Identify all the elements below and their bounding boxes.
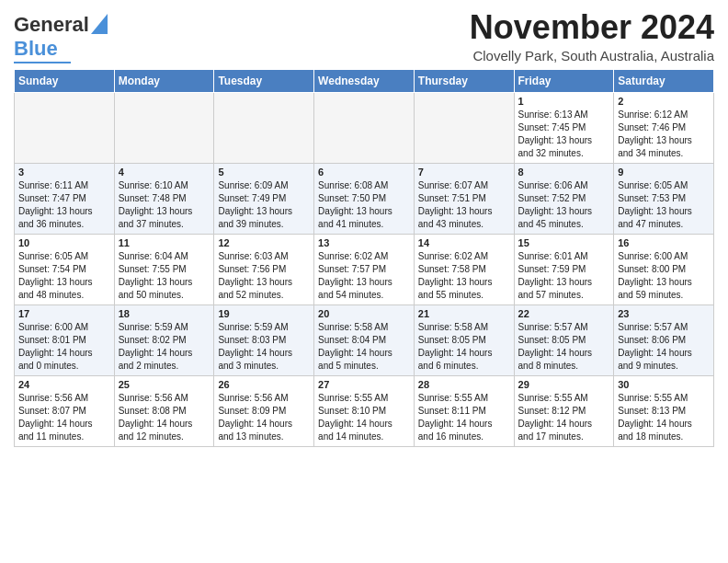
day-info: Sunrise: 5:56 AMSunset: 8:09 PMDaylight:… (218, 392, 310, 443)
header: General Blue November 2024 Clovelly Park… (14, 9, 714, 63)
day-info: Sunrise: 6:04 AMSunset: 7:55 PMDaylight:… (119, 250, 210, 302)
calendar-cell-1-2: 5Sunrise: 6:09 AMSunset: 7:49 PMDaylight… (214, 164, 314, 235)
svg-marker-0 (91, 14, 108, 34)
day-number: 7 (418, 167, 510, 178)
calendar-cell-0-1 (114, 93, 214, 164)
calendar-header-row: Sunday Monday Tuesday Wednesday Thursday… (15, 70, 714, 93)
day-info: Sunrise: 6:10 AMSunset: 7:48 PMDaylight:… (119, 179, 210, 231)
calendar-cell-4-6: 30Sunrise: 5:55 AMSunset: 8:13 PMDayligh… (614, 376, 714, 447)
calendar-cell-3-6: 23Sunrise: 5:57 AMSunset: 8:06 PMDayligh… (614, 305, 714, 376)
week-row-5: 24Sunrise: 5:56 AMSunset: 8:07 PMDayligh… (15, 376, 714, 447)
logo: General Blue (14, 13, 108, 63)
title-area: November 2024 Clovelly Park, South Austr… (470, 9, 714, 63)
week-row-2: 3Sunrise: 6:11 AMSunset: 7:47 PMDaylight… (15, 164, 714, 235)
day-info: Sunrise: 5:55 AMSunset: 8:10 PMDaylight:… (318, 392, 410, 443)
day-number: 4 (119, 167, 210, 178)
calendar-cell-1-4: 7Sunrise: 6:07 AMSunset: 7:51 PMDaylight… (414, 164, 514, 235)
day-info: Sunrise: 6:07 AMSunset: 7:51 PMDaylight:… (418, 179, 510, 231)
logo-blue: Blue (14, 37, 58, 61)
col-sunday: Sunday (15, 70, 115, 93)
day-info: Sunrise: 5:59 AMSunset: 8:03 PMDaylight:… (218, 321, 310, 373)
week-row-3: 10Sunrise: 6:05 AMSunset: 7:54 PMDayligh… (15, 235, 714, 305)
day-info: Sunrise: 6:11 AMSunset: 7:47 PMDaylight:… (18, 179, 110, 231)
calendar-cell-0-5: 1Sunrise: 6:13 AMSunset: 7:45 PMDaylight… (514, 93, 614, 164)
day-number: 24 (18, 379, 110, 390)
calendar-cell-4-5: 29Sunrise: 5:55 AMSunset: 8:12 PMDayligh… (514, 376, 614, 447)
day-number: 16 (618, 237, 710, 248)
day-number: 21 (418, 308, 510, 319)
calendar-cell-1-3: 6Sunrise: 6:08 AMSunset: 7:50 PMDaylight… (314, 164, 415, 235)
day-number: 27 (318, 379, 410, 390)
day-number: 17 (18, 308, 110, 319)
day-info: Sunrise: 6:01 AMSunset: 7:59 PMDaylight:… (518, 250, 610, 302)
calendar-cell-0-3 (314, 93, 415, 164)
day-number: 28 (418, 379, 510, 390)
day-info: Sunrise: 6:02 AMSunset: 7:58 PMDaylight:… (418, 250, 510, 302)
day-info: Sunrise: 6:02 AMSunset: 7:57 PMDaylight:… (318, 250, 410, 302)
day-info: Sunrise: 6:09 AMSunset: 7:49 PMDaylight:… (218, 179, 310, 231)
calendar-cell-1-1: 4Sunrise: 6:10 AMSunset: 7:48 PMDaylight… (114, 164, 214, 235)
calendar-cell-4-1: 25Sunrise: 5:56 AMSunset: 8:08 PMDayligh… (114, 376, 214, 447)
day-info: Sunrise: 5:56 AMSunset: 8:07 PMDaylight:… (18, 392, 110, 443)
calendar-cell-0-4 (414, 93, 514, 164)
col-monday: Monday (114, 70, 214, 93)
day-info: Sunrise: 5:57 AMSunset: 8:05 PMDaylight:… (518, 321, 610, 373)
day-number: 29 (518, 379, 610, 390)
day-info: Sunrise: 5:58 AMSunset: 8:04 PMDaylight:… (318, 321, 410, 373)
calendar-cell-4-3: 27Sunrise: 5:55 AMSunset: 8:10 PMDayligh… (314, 376, 415, 447)
day-number: 3 (18, 167, 110, 178)
day-info: Sunrise: 6:05 AMSunset: 7:54 PMDaylight:… (18, 250, 110, 302)
calendar-cell-4-4: 28Sunrise: 5:55 AMSunset: 8:11 PMDayligh… (414, 376, 514, 447)
calendar-cell-2-2: 12Sunrise: 6:03 AMSunset: 7:56 PMDayligh… (214, 235, 314, 305)
day-number: 14 (418, 237, 510, 248)
month-title: November 2024 (470, 9, 714, 46)
day-info: Sunrise: 5:55 AMSunset: 8:12 PMDaylight:… (518, 392, 610, 443)
calendar-cell-4-2: 26Sunrise: 5:56 AMSunset: 8:09 PMDayligh… (214, 376, 314, 447)
week-row-1: 1Sunrise: 6:13 AMSunset: 7:45 PMDaylight… (15, 93, 714, 164)
calendar-cell-2-6: 16Sunrise: 6:00 AMSunset: 8:00 PMDayligh… (614, 235, 714, 305)
day-info: Sunrise: 6:00 AMSunset: 8:00 PMDaylight:… (618, 250, 710, 302)
day-info: Sunrise: 6:05 AMSunset: 7:53 PMDaylight:… (618, 179, 710, 231)
calendar-cell-3-2: 19Sunrise: 5:59 AMSunset: 8:03 PMDayligh… (214, 305, 314, 376)
day-info: Sunrise: 6:06 AMSunset: 7:52 PMDaylight:… (518, 179, 610, 231)
calendar-cell-0-0 (15, 93, 115, 164)
week-row-4: 17Sunrise: 6:00 AMSunset: 8:01 PMDayligh… (15, 305, 714, 376)
day-number: 19 (218, 308, 310, 319)
day-number: 22 (518, 308, 610, 319)
page: General Blue November 2024 Clovelly Park… (0, 0, 728, 461)
col-thursday: Thursday (414, 70, 514, 93)
calendar-cell-2-0: 10Sunrise: 6:05 AMSunset: 7:54 PMDayligh… (15, 235, 115, 305)
day-info: Sunrise: 5:59 AMSunset: 8:02 PMDaylight:… (119, 321, 210, 373)
day-number: 1 (518, 96, 610, 107)
day-info: Sunrise: 6:00 AMSunset: 8:01 PMDaylight:… (18, 321, 110, 373)
calendar-cell-0-6: 2Sunrise: 6:12 AMSunset: 7:46 PMDaylight… (614, 93, 714, 164)
calendar-cell-2-5: 15Sunrise: 6:01 AMSunset: 7:59 PMDayligh… (514, 235, 614, 305)
calendar-cell-4-0: 24Sunrise: 5:56 AMSunset: 8:07 PMDayligh… (15, 376, 115, 447)
day-number: 2 (618, 96, 710, 107)
day-info: Sunrise: 6:12 AMSunset: 7:46 PMDaylight:… (618, 109, 710, 160)
calendar-cell-1-6: 9Sunrise: 6:05 AMSunset: 7:53 PMDaylight… (614, 164, 714, 235)
day-info: Sunrise: 5:58 AMSunset: 8:05 PMDaylight:… (418, 321, 510, 373)
logo-general: General (14, 13, 89, 37)
calendar-cell-1-0: 3Sunrise: 6:11 AMSunset: 7:47 PMDaylight… (15, 164, 115, 235)
calendar: Sunday Monday Tuesday Wednesday Thursday… (14, 69, 714, 447)
day-number: 30 (618, 379, 710, 390)
calendar-cell-1-5: 8Sunrise: 6:06 AMSunset: 7:52 PMDaylight… (514, 164, 614, 235)
day-number: 6 (318, 167, 410, 178)
day-info: Sunrise: 5:55 AMSunset: 8:11 PMDaylight:… (418, 392, 510, 443)
day-number: 23 (618, 308, 710, 319)
calendar-cell-3-4: 21Sunrise: 5:58 AMSunset: 8:05 PMDayligh… (414, 305, 514, 376)
day-number: 5 (218, 167, 310, 178)
day-info: Sunrise: 5:57 AMSunset: 8:06 PMDaylight:… (618, 321, 710, 373)
day-number: 25 (119, 379, 210, 390)
calendar-cell-2-1: 11Sunrise: 6:04 AMSunset: 7:55 PMDayligh… (114, 235, 214, 305)
calendar-cell-3-0: 17Sunrise: 6:00 AMSunset: 8:01 PMDayligh… (15, 305, 115, 376)
calendar-cell-3-1: 18Sunrise: 5:59 AMSunset: 8:02 PMDayligh… (114, 305, 214, 376)
calendar-cell-0-2 (214, 93, 314, 164)
logo-underline (14, 62, 71, 63)
day-number: 9 (618, 167, 710, 178)
col-wednesday: Wednesday (314, 70, 415, 93)
calendar-cell-2-3: 13Sunrise: 6:02 AMSunset: 7:57 PMDayligh… (314, 235, 415, 305)
calendar-cell-3-5: 22Sunrise: 5:57 AMSunset: 8:05 PMDayligh… (514, 305, 614, 376)
day-info: Sunrise: 6:13 AMSunset: 7:45 PMDaylight:… (518, 109, 610, 160)
